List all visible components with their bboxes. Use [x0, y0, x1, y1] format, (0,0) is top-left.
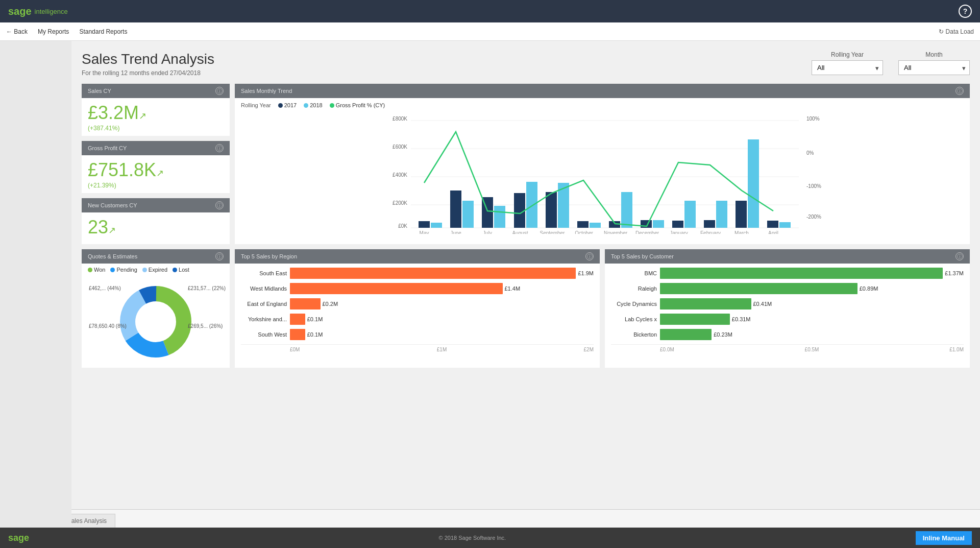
region-axis-0: £0M [290, 347, 300, 352]
month-label: Month [898, 51, 970, 58]
new-customers-cy-box: New Customers CY ⓘ 23↗ [82, 198, 230, 244]
gross-profit-cy-info-icon[interactable]: ⓘ [215, 144, 224, 152]
donut-svg [115, 281, 197, 363]
donut-labels-right: £231,57... (22%) £269,5... (26%) [188, 285, 226, 330]
svg-rect-15 [450, 190, 461, 228]
svg-text:-100%: -100% [806, 183, 821, 189]
top5-region-bars: South East £1.9M West Midlands £1.4M Eas… [235, 264, 600, 356]
bottom-grid: Quotes & Estimates ⓘ Won Pending Expired [82, 249, 970, 368]
back-link[interactable]: ← Back [6, 28, 28, 35]
svg-text:July: July [483, 230, 492, 234]
sales-monthly-trend-box: Sales Monthly Trend ⓘ Rolling Year 2017 … [235, 84, 970, 244]
rolling-year-select-wrapper[interactable]: All [812, 60, 883, 75]
region-bar-wrapper-yorkshire: £0.1M [290, 314, 594, 325]
customer-label-bmc: BMC [611, 270, 657, 276]
rolling-year-select[interactable]: All [812, 60, 883, 75]
region-val-west-midlands: £1.4M [505, 285, 521, 292]
customer-axis-2: £1.0M [949, 347, 964, 352]
sage-logo-text: intelligence [35, 8, 68, 15]
customer-bar-fill-bickerton [660, 329, 712, 340]
sales-cy-box: Sales CY ⓘ £3.2M↗ (+387.41%) [82, 84, 230, 136]
gross-profit-pct-dot [330, 103, 334, 108]
sales-cy-info-icon[interactable]: ⓘ [215, 87, 224, 95]
gross-profit-cy-change: (+21.39%) [82, 182, 230, 193]
svg-rect-27 [462, 201, 474, 228]
region-axis: £0M £1M £2M [241, 344, 594, 352]
svg-text:April: April [768, 230, 778, 234]
customer-bar-fill-raleigh [660, 283, 857, 294]
customer-bar-wrapper-bickerton: £0.23M [660, 329, 964, 340]
my-reports-link[interactable]: My Reports [38, 28, 69, 35]
new-customers-cy-value: 23↗ [82, 212, 230, 239]
top5-customer-info-icon[interactable]: ⓘ [955, 252, 964, 260]
sales-monthly-trend-title: Sales Monthly Trend [241, 88, 292, 94]
page-subtitle: For the rolling 12 months ended 27/04/20… [82, 69, 214, 77]
sidebar [0, 41, 71, 528]
sales-cy-change: (+387.41%) [82, 125, 230, 136]
rolling-year-label: Rolling Year [812, 51, 883, 58]
month-filter: Month All [898, 51, 970, 75]
new-customers-cy-info-icon[interactable]: ⓘ [215, 201, 224, 209]
top5-region-info-icon[interactable]: ⓘ [585, 252, 594, 260]
customer-bar-wrapper-bmc: £1.37M [660, 268, 964, 279]
region-val-south-east: £1.9M [578, 270, 594, 276]
month-select-wrapper[interactable]: All [898, 60, 970, 75]
won-segment-label: £462,... (44%) [89, 285, 127, 292]
page-title-block: Sales Trend Analysis For the rolling 12 … [82, 51, 214, 77]
customer-label-raleigh: Raleigh [611, 285, 657, 292]
main-content: Sales Trend Analysis For the rolling 12 … [0, 41, 980, 509]
svg-rect-26 [431, 223, 442, 228]
customer-bar-wrapper-raleigh: £0.89M [660, 283, 964, 294]
svg-rect-35 [716, 201, 727, 228]
year-2018-dot [304, 103, 308, 108]
new-customers-cy-header: New Customers CY ⓘ [82, 198, 230, 212]
rolling-year-filter: Rolling Year All [812, 51, 883, 75]
svg-text:£800K: £800K [393, 116, 407, 122]
svg-text:October: October [575, 230, 593, 234]
customer-val-lab-cycles: £0.31M [732, 316, 751, 322]
customer-val-cycle-dynamics: £0.41M [753, 301, 772, 307]
svg-text:September: September [540, 230, 566, 234]
month-select[interactable]: All [898, 60, 970, 75]
legend-won: Won [88, 267, 105, 273]
customer-label-bickerton: Bickerton [611, 331, 657, 338]
sage-logo-green: sage [8, 6, 32, 17]
region-bar-wrapper-east-england: £0.2M [290, 298, 594, 309]
region-axis-2: £2M [584, 347, 594, 352]
svg-text:February: February [700, 230, 721, 234]
expired-segment-label: £269,5... (26%) [188, 323, 226, 330]
customer-bar-bmc: BMC £1.37M [611, 268, 964, 279]
pending-label: Pending [116, 267, 137, 273]
sales-monthly-trend-inner: Rolling Year 2017 2018 Gross Profit % (C… [235, 98, 970, 240]
data-load-button[interactable]: ↻ Data Load [939, 28, 974, 35]
quotes-estimates-title: Quotes & Estimates [88, 253, 137, 259]
quotes-estimates-box: Quotes & Estimates ⓘ Won Pending Expired [82, 249, 230, 368]
top5-region-header: Top 5 Sales by Region ⓘ [235, 249, 600, 264]
top5-region-box: Top 5 Sales by Region ⓘ South East £1.9M… [235, 249, 600, 368]
year-2017-label: 2017 [284, 102, 297, 108]
data-load-label: Data Load [946, 28, 974, 35]
help-button[interactable]: ? [959, 5, 972, 18]
svg-rect-34 [684, 201, 696, 228]
region-bar-fill-south-west [290, 329, 305, 340]
region-val-south-west: £0.1M [307, 331, 323, 338]
gross-profit-cy-header: Gross Profit CY ⓘ [82, 141, 230, 155]
won-dot [88, 268, 92, 272]
region-bar-west-midlands: West Midlands £1.4M [241, 283, 594, 294]
pending-dot [110, 268, 115, 272]
standard-reports-link[interactable]: Standard Reports [79, 28, 127, 35]
customer-label-lab-cycles: Lab Cycles x [611, 316, 657, 322]
customer-axis-1: £0.5M [805, 347, 819, 352]
svg-text:January: January [670, 230, 688, 234]
inline-manual-button[interactable]: Inline Manual [916, 531, 972, 545]
quotes-estimates-info-icon[interactable]: ⓘ [215, 252, 224, 260]
region-label-yorkshire: Yorkshire and... [241, 316, 287, 322]
region-label-west-midlands: West Midlands [241, 285, 287, 292]
svg-rect-36 [748, 139, 759, 228]
sales-monthly-trend-info-icon[interactable]: ⓘ [955, 87, 964, 95]
svg-rect-33 [653, 220, 664, 228]
svg-rect-14 [419, 221, 430, 228]
sales-cy-header: Sales CY ⓘ [82, 84, 230, 98]
kpi-column: Sales CY ⓘ £3.2M↗ (+387.41%) Gross Profi… [82, 84, 230, 244]
sales-monthly-trend-chart: £800K £600K £400K £200K £0K 100% 0% -100… [241, 111, 964, 234]
